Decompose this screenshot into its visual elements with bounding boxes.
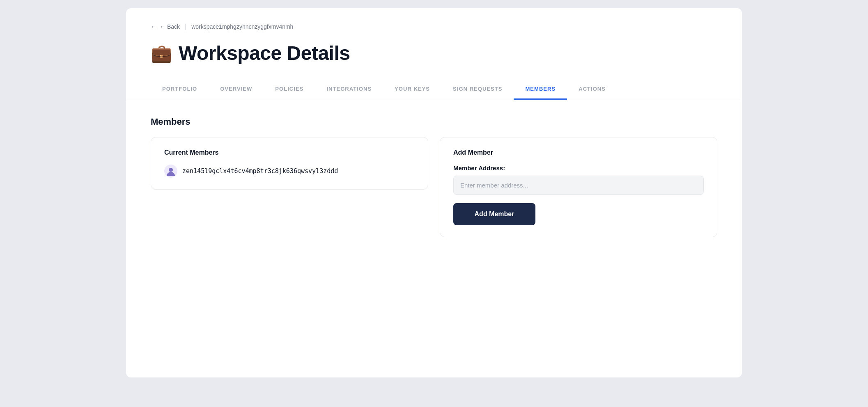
- tab-your-keys[interactable]: YOUR KEYS: [383, 79, 441, 100]
- back-link[interactable]: ← ← Back: [151, 23, 180, 30]
- tab-overview[interactable]: OVERVIEW: [209, 79, 264, 100]
- tab-members[interactable]: MEMBERS: [514, 79, 567, 100]
- members-section-title: Members: [151, 117, 717, 127]
- tab-integrations[interactable]: INTEGRATIONS: [315, 79, 383, 100]
- tab-policies[interactable]: POLICIES: [264, 79, 315, 100]
- tabs-nav: PORTFOLIO OVERVIEW POLICIES INTEGRATIONS…: [151, 79, 717, 100]
- page-title-row: 💼 Workspace Details: [151, 42, 717, 64]
- page-container: ← ← Back | workspace1mphgzyhncnzyggfxmv4…: [126, 8, 742, 377]
- tab-portfolio[interactable]: PORTFOLIO: [151, 79, 209, 100]
- current-members-card-title: Current Members: [164, 149, 415, 156]
- back-arrow-icon: ←: [151, 23, 156, 30]
- member-address-input[interactable]: [453, 176, 704, 195]
- add-member-button[interactable]: Add Member: [453, 203, 535, 225]
- member-row: zen145l9gclx4t6cv4mp8tr3c8jk636qwsvyl3zd…: [164, 165, 415, 178]
- briefcase-icon: 💼: [151, 43, 172, 63]
- member-address: zen145l9gclx4t6cv4mp8tr3c8jk636qwsvyl3zd…: [182, 167, 338, 175]
- tab-actions[interactable]: ACTIONS: [567, 79, 617, 100]
- member-address-label: Member Address:: [453, 165, 704, 171]
- cards-row: Current Members zen145l9gclx4t6cv4mp8tr3…: [151, 137, 717, 237]
- breadcrumb-separator: |: [185, 23, 186, 30]
- breadcrumb: ← ← Back | workspace1mphgzyhncnzyggfxmv4…: [151, 23, 717, 30]
- current-members-card: Current Members zen145l9gclx4t6cv4mp8tr3…: [151, 137, 428, 190]
- breadcrumb-path: workspace1mphgzyhncnzyggfxmv4nmh: [191, 23, 293, 30]
- svg-point-1: [169, 168, 173, 172]
- member-avatar-icon: [164, 165, 177, 178]
- add-member-card: Add Member Member Address: Add Member: [440, 137, 717, 237]
- tab-sign-requests[interactable]: SIGN REQUESTS: [441, 79, 514, 100]
- back-label: ← Back: [160, 23, 180, 30]
- header-section: ← ← Back | workspace1mphgzyhncnzyggfxmv4…: [126, 8, 742, 100]
- page-title: Workspace Details: [179, 42, 350, 64]
- content-section: Members Current Members zen145l9gclx4t6c…: [126, 100, 742, 254]
- add-member-card-title: Add Member: [453, 149, 704, 156]
